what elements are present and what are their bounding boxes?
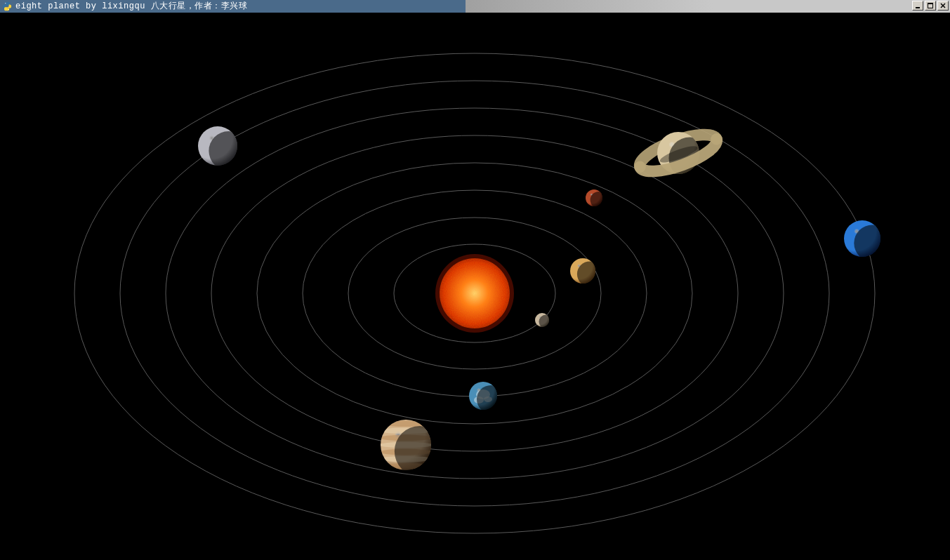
solar-system-scene [0, 13, 950, 560]
sun [435, 254, 514, 333]
svg-point-17 [440, 258, 510, 328]
close-icon [940, 3, 946, 8]
maximize-button[interactable] [925, 1, 936, 11]
window-title: eight planet by lixingqu 八大行星，作者：李兴球 [15, 0, 247, 13]
svg-rect-4 [928, 3, 933, 4]
app-window: eight planet by lixingqu 八大行星，作者：李兴球 [0, 0, 950, 560]
svg-point-0 [5, 3, 6, 4]
window-controls [911, 1, 949, 11]
maximize-icon [928, 3, 933, 8]
simulation-canvas[interactable] [0, 13, 950, 560]
close-button[interactable] [937, 1, 949, 11]
minimize-button[interactable] [912, 1, 923, 11]
svg-point-1 [8, 9, 9, 10]
titlebar[interactable]: eight planet by lixingqu 八大行星，作者：李兴球 [0, 0, 950, 13]
python-icon [1, 1, 13, 12]
svg-rect-2 [916, 7, 920, 8]
minimize-icon [915, 3, 921, 8]
